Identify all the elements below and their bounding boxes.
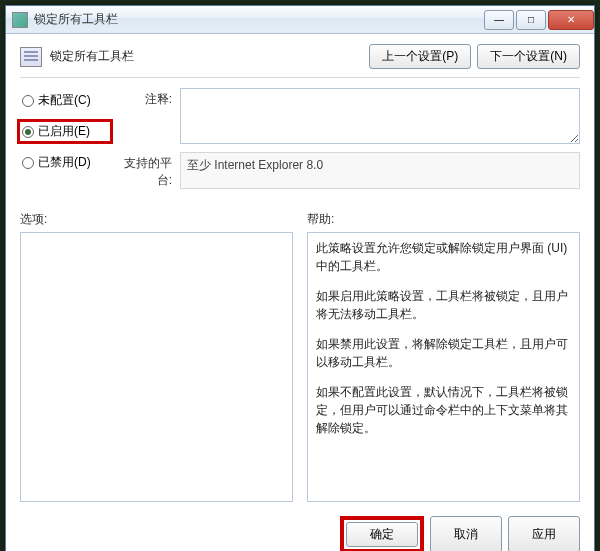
help-paragraph: 此策略设置允许您锁定或解除锁定用户界面 (UI) 中的工具栏。 xyxy=(316,239,571,275)
content-area: 锁定所有工具栏 上一个设置(P) 下一个设置(N) 未配置(C) 已启用(E) xyxy=(6,34,594,506)
prev-setting-button[interactable]: 上一个设置(P) xyxy=(369,44,471,69)
dialog-window: 锁定所有工具栏 — □ ✕ 锁定所有工具栏 上一个设置(P) 下一个设置(N) … xyxy=(5,5,595,551)
window-controls: — □ ✕ xyxy=(482,10,594,30)
options-label: 选项: xyxy=(20,211,293,228)
cancel-button[interactable]: 取消 xyxy=(430,516,502,551)
help-paragraph: 如果启用此策略设置，工具栏将被锁定，且用户将无法移动工具栏。 xyxy=(316,287,571,323)
help-column: 帮助: 此策略设置允许您锁定或解除锁定用户界面 (UI) 中的工具栏。 如果启用… xyxy=(307,211,580,502)
radio-label: 已启用(E) xyxy=(38,123,90,140)
ok-button[interactable]: 确定 xyxy=(346,522,418,547)
minimize-button[interactable]: — xyxy=(484,10,514,30)
header-row: 锁定所有工具栏 上一个设置(P) 下一个设置(N) xyxy=(20,44,580,69)
radio-disabled[interactable]: 已禁用(D) xyxy=(20,152,110,173)
comment-row: 注释: xyxy=(120,88,580,144)
options-box[interactable] xyxy=(20,232,293,502)
radio-icon xyxy=(22,95,34,107)
platform-row: 支持的平台: 至少 Internet Explorer 8.0 xyxy=(120,152,580,189)
comment-label: 注释: xyxy=(120,88,180,144)
maximize-button[interactable]: □ xyxy=(516,10,546,30)
radio-icon xyxy=(22,126,34,138)
help-box[interactable]: 此策略设置允许您锁定或解除锁定用户界面 (UI) 中的工具栏。 如果启用此策略设… xyxy=(307,232,580,502)
fields-column: 注释: 支持的平台: 至少 Internet Explorer 8.0 xyxy=(120,88,580,197)
policy-icon xyxy=(20,47,42,67)
lower-panels: 选项: 帮助: 此策略设置允许您锁定或解除锁定用户界面 (UI) 中的工具栏。 … xyxy=(20,211,580,502)
help-paragraph: 如果不配置此设置，默认情况下，工具栏将被锁定，但用户可以通过命令栏中的上下文菜单… xyxy=(316,383,571,437)
help-paragraph: 如果禁用此设置，将解除锁定工具栏，且用户可以移动工具栏。 xyxy=(316,335,571,371)
radio-enabled[interactable]: 已启用(E) xyxy=(17,119,113,144)
radio-group: 未配置(C) 已启用(E) 已禁用(D) xyxy=(20,88,110,197)
apply-button[interactable]: 应用 xyxy=(508,516,580,551)
ok-highlight: 确定 xyxy=(340,516,424,551)
help-label: 帮助: xyxy=(307,211,580,228)
divider xyxy=(20,77,580,78)
close-button[interactable]: ✕ xyxy=(548,10,594,30)
radio-not-configured[interactable]: 未配置(C) xyxy=(20,90,110,111)
radio-icon xyxy=(22,157,34,169)
window-title: 锁定所有工具栏 xyxy=(34,11,482,28)
titlebar[interactable]: 锁定所有工具栏 — □ ✕ xyxy=(6,6,594,34)
config-area: 未配置(C) 已启用(E) 已禁用(D) 注释: 支持的平台: xyxy=(20,88,580,197)
footer: 确定 取消 应用 xyxy=(6,506,594,551)
radio-label: 未配置(C) xyxy=(38,92,91,109)
radio-label: 已禁用(D) xyxy=(38,154,91,171)
options-column: 选项: xyxy=(20,211,293,502)
platform-value: 至少 Internet Explorer 8.0 xyxy=(180,152,580,189)
page-title: 锁定所有工具栏 xyxy=(50,48,369,65)
next-setting-button[interactable]: 下一个设置(N) xyxy=(477,44,580,69)
platform-label: 支持的平台: xyxy=(120,152,180,189)
nav-buttons: 上一个设置(P) 下一个设置(N) xyxy=(369,44,580,69)
comment-input[interactable] xyxy=(180,88,580,144)
app-icon xyxy=(12,12,28,28)
